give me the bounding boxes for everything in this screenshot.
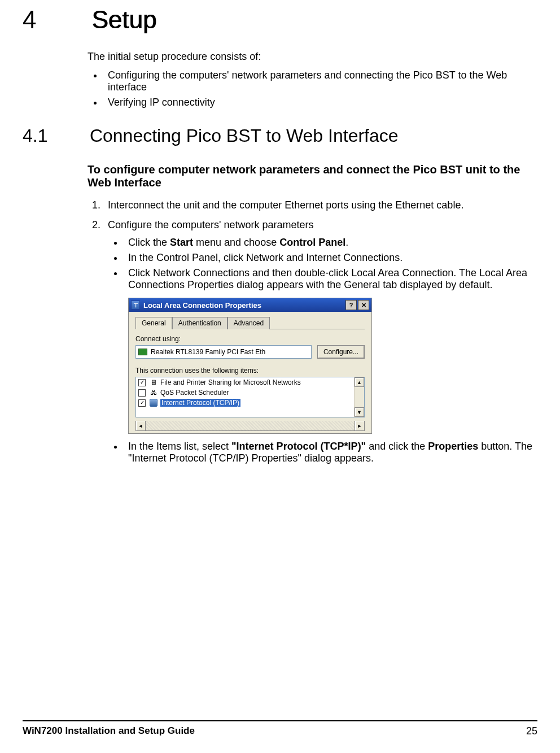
tab-strip: General Authentication Advanced [135, 316, 365, 329]
intro-bullet: Configuring the computers' network param… [103, 69, 537, 93]
dialog-titlebar[interactable]: Local Area Connection Properties ? ✕ [129, 298, 371, 312]
configure-button[interactable]: Configure... [317, 345, 365, 359]
nic-icon [138, 349, 147, 355]
intro-bullet: Verifying IP connectivity [103, 97, 537, 108]
adapter-field[interactable]: Realtek RTL8139 Family PCI Fast Eth [135, 345, 312, 359]
intro-bullet-list: Configuring the computers' network param… [103, 69, 537, 108]
checkbox-icon[interactable] [138, 389, 146, 397]
tab-authentication[interactable]: Authentication [172, 317, 228, 329]
network-icon [131, 301, 140, 310]
scroll-down-button[interactable]: ▼ [355, 407, 364, 417]
scroll-track[interactable] [146, 421, 355, 430]
section-heading: 4.1 Connecting Pico BST to Web Interface [23, 125, 537, 146]
list-item-selected[interactable]: ✓ Internet Protocol (TCP/IP) [136, 398, 354, 408]
file-share-icon [149, 378, 158, 387]
step-2-substeps-continued: In the Items list, select "Internet Prot… [124, 441, 537, 464]
section-number: 4.1 [23, 125, 85, 146]
checkbox-icon[interactable]: ✓ [138, 379, 146, 386]
connection-items-listbox[interactable]: ✓ File and Printer Sharing for Microsoft… [135, 377, 365, 417]
substep: In the Control Panel, click Network and … [124, 252, 537, 264]
step-1: Interconnect the unit and the computer E… [103, 199, 537, 211]
tab-general[interactable]: General [135, 317, 172, 329]
item-label: QoS Packet Scheduler [160, 389, 229, 397]
connect-using-label: Connect using: [135, 335, 365, 343]
chapter-heading: 4 Setup [23, 6, 537, 34]
item-label: Internet Protocol (TCP/IP) [160, 399, 240, 407]
list-item[interactable]: ✓ File and Printer Sharing for Microsoft… [136, 377, 354, 388]
step-2-substeps: Click the Start menu and choose Control … [124, 237, 537, 291]
step-2-text: Configure the computers' network paramet… [108, 219, 314, 230]
start-menu-label: Start [170, 237, 193, 248]
checkbox-icon[interactable]: ✓ [138, 399, 146, 407]
substep: Click Network Connections and then doubl… [124, 267, 537, 291]
adapter-name: Realtek RTL8139 Family PCI Fast Eth [151, 348, 265, 356]
section-title: Connecting Pico BST to Web Interface [90, 125, 399, 146]
horizontal-scrollbar[interactable]: ◄ ► [135, 421, 365, 431]
dialog-title: Local Area Connection Properties [143, 301, 345, 310]
control-panel-label: Control Panel [279, 237, 345, 248]
step-2: Configure the computers' network paramet… [103, 219, 537, 464]
scroll-up-button[interactable]: ▲ [355, 377, 364, 387]
chapter-number: 4 [23, 6, 85, 34]
items-list-label: This connection uses the following items… [135, 367, 365, 375]
item-label: File and Printer Sharing for Microsoft N… [160, 378, 301, 386]
substep: In the Items list, select "Internet Prot… [124, 441, 537, 464]
intro-paragraph: The initial setup procedure consists of: [88, 51, 537, 63]
tcpip-select-label: "Internet Protocol (TCP*IP)" [231, 441, 366, 452]
scroll-left-button[interactable]: ◄ [136, 421, 146, 430]
properties-button-label: Properties [428, 441, 478, 452]
tcp-ip-icon [149, 398, 158, 407]
scroll-right-button[interactable]: ► [355, 421, 364, 430]
vertical-scrollbar[interactable]: ▲ ▼ [354, 377, 364, 417]
lan-properties-dialog: Local Area Connection Properties ? ✕ Gen… [128, 298, 372, 434]
page-number: 25 [526, 725, 537, 737]
footer-doc-title: WiN7200 Installation and Setup Guide [23, 725, 195, 737]
tab-advanced[interactable]: Advanced [228, 317, 270, 329]
list-item[interactable]: QoS Packet Scheduler [136, 388, 354, 398]
footer-rule [23, 720, 537, 721]
close-button[interactable]: ✕ [358, 300, 369, 310]
procedure-title: To configure computer network parameters… [88, 163, 537, 189]
qos-icon [149, 388, 158, 397]
help-button[interactable]: ? [345, 300, 357, 310]
substep: Click the Start menu and choose Control … [124, 237, 537, 249]
procedure-steps: Interconnect the unit and the computer E… [103, 199, 537, 464]
chapter-title: Setup [91, 6, 156, 34]
page-footer: WiN7200 Installation and Setup Guide 25 [23, 725, 537, 737]
